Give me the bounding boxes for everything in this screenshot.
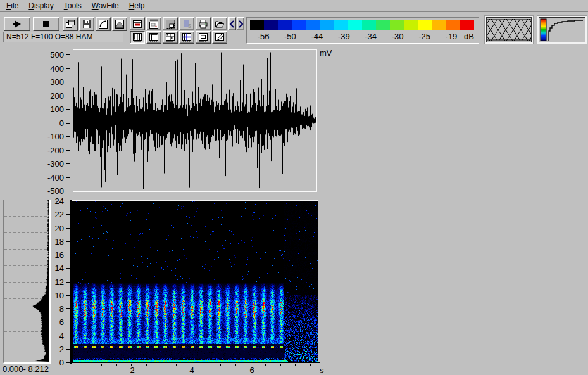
open-folder-icon bbox=[215, 19, 225, 29]
layout-single-icon bbox=[198, 32, 208, 42]
color-scale-segment bbox=[418, 20, 432, 30]
spectrogram-canvas[interactable] bbox=[73, 201, 318, 362]
save-icon bbox=[82, 19, 92, 29]
color-scale-tick-label: -19 bbox=[438, 32, 465, 41]
waveform-tick-label: 400 bbox=[37, 65, 70, 73]
display-frame-icon bbox=[132, 19, 142, 29]
layout-grid-cursor-button[interactable] bbox=[179, 31, 194, 44]
color-scale-labels: -56-50-44-39-34-30-25-19 bbox=[250, 32, 465, 41]
waveform-tick-label: 500 bbox=[37, 51, 70, 59]
menu-item[interactable]: File bbox=[1, 0, 23, 11]
color-scale-bar bbox=[250, 20, 474, 30]
color-scale-segment bbox=[362, 20, 376, 30]
color-scale-segment bbox=[306, 20, 320, 30]
spectrogram-settings-icon bbox=[149, 19, 159, 29]
color-scale-tick-label: -30 bbox=[384, 32, 411, 41]
waveform-tick-label: -100 bbox=[37, 132, 70, 141]
menu-item[interactable]: WavFile bbox=[87, 0, 124, 11]
layout-grid-cursor-icon bbox=[182, 32, 192, 42]
color-scale-tick-label: -34 bbox=[358, 32, 384, 41]
x-tick-label: 6 bbox=[244, 365, 260, 375]
waveform-unit-label: mV bbox=[320, 48, 332, 58]
pencil-icon bbox=[215, 32, 225, 42]
color-scale-tick-label: -39 bbox=[330, 32, 357, 41]
menu-item[interactable]: Display bbox=[23, 0, 58, 11]
transfer-curve-button[interactable] bbox=[96, 17, 111, 31]
open-file-button[interactable] bbox=[212, 17, 227, 30]
sampling-rate-icon: s bbox=[182, 19, 192, 29]
color-scale-segment bbox=[432, 20, 446, 30]
color-scale-unit: dB bbox=[464, 32, 474, 41]
stop-icon bbox=[42, 20, 51, 29]
color-scale-segment bbox=[446, 20, 460, 30]
waveform-tick-label: -300 bbox=[37, 160, 70, 168]
sampling-options-button[interactable]: s bbox=[179, 17, 194, 30]
waveform-plot[interactable] bbox=[73, 49, 317, 192]
color-scale-tick-label: -25 bbox=[411, 32, 438, 41]
spectrogram-x-axis-line bbox=[70, 362, 320, 363]
pattern-fill-icon bbox=[165, 19, 175, 29]
copy-icon bbox=[65, 19, 75, 29]
waveform-tick-label: 300 bbox=[37, 78, 70, 86]
color-scale-segment bbox=[376, 20, 390, 30]
play-button[interactable] bbox=[4, 17, 30, 31]
menu-bar: FileDisplayToolsWavFileHelp bbox=[0, 0, 588, 12]
waveform-tick-label: 0 bbox=[37, 119, 70, 127]
menu-item[interactable]: Tools bbox=[59, 0, 87, 11]
save-button[interactable] bbox=[79, 17, 94, 31]
transfer-curve-panel bbox=[537, 16, 587, 44]
color-scale-segment bbox=[460, 20, 474, 30]
average-spectrum-canvas[interactable] bbox=[4, 200, 49, 362]
color-scale-segment bbox=[264, 20, 278, 30]
layout-single-window-button[interactable] bbox=[196, 31, 211, 44]
range-label: 0.000- 8.212 bbox=[3, 364, 49, 374]
color-scale-tick-label: -44 bbox=[304, 32, 330, 41]
x-axis-unit-label: s bbox=[320, 365, 324, 375]
peak-window-icon bbox=[115, 19, 125, 29]
average-spectrum-panel[interactable] bbox=[3, 200, 51, 364]
pattern-preview-panel bbox=[485, 16, 533, 44]
color-scale-segment bbox=[250, 20, 264, 30]
print-button[interactable] bbox=[196, 17, 211, 30]
chevron-right-icon bbox=[237, 20, 244, 29]
fft-settings-field: N=512 F=100 O=88 HAM bbox=[3, 32, 123, 42]
waveform-tick-label: -500 bbox=[37, 187, 70, 195]
layout-horizontal-icon bbox=[149, 32, 159, 42]
waveform-tick-label: 100 bbox=[37, 105, 70, 113]
curve-icon bbox=[98, 19, 108, 29]
waveform-canvas[interactable] bbox=[73, 50, 316, 191]
layout-horizontal-panes-button[interactable] bbox=[146, 31, 161, 44]
color-scale-segment bbox=[320, 20, 334, 30]
pattern-fill-button[interactable] bbox=[163, 17, 178, 30]
color-scale-segment bbox=[292, 20, 306, 30]
waveform-y-axis: 5004003002001000-100-200-300-400-500 bbox=[37, 51, 70, 195]
layout-vertical-panes-button[interactable] bbox=[130, 31, 145, 44]
menu-item[interactable]: Help bbox=[124, 0, 150, 11]
transfer-curve-preview bbox=[539, 17, 585, 42]
scroll-right-button[interactable] bbox=[237, 17, 244, 30]
waveform-tick-label: -400 bbox=[37, 174, 70, 182]
stop-button[interactable] bbox=[33, 17, 59, 31]
layout-grid-icon bbox=[165, 32, 175, 42]
layout-grid-button[interactable] bbox=[163, 31, 178, 44]
waveform-tick-label: -200 bbox=[37, 146, 70, 155]
play-icon bbox=[12, 20, 22, 29]
scroll-left-button[interactable] bbox=[228, 17, 236, 30]
color-scale-segment bbox=[348, 20, 362, 30]
copy-display-button[interactable] bbox=[63, 17, 78, 31]
hatch-pattern-icon bbox=[486, 17, 532, 42]
app-window: FileDisplayToolsWavFileHelp s bbox=[0, 0, 588, 375]
spectrogram-plot[interactable] bbox=[72, 200, 318, 363]
window-function-button[interactable] bbox=[112, 17, 127, 31]
color-scale-segment bbox=[334, 20, 348, 30]
svg-text:s: s bbox=[188, 22, 191, 29]
printer-icon bbox=[198, 19, 208, 29]
spectrogram-settings-button[interactable] bbox=[146, 17, 161, 30]
display-frame-button[interactable] bbox=[130, 17, 145, 30]
waveform-tick-label: 200 bbox=[37, 92, 70, 100]
color-scale-tick-label: -56 bbox=[250, 32, 277, 41]
annotate-button[interactable] bbox=[212, 31, 227, 44]
chevron-left-icon bbox=[229, 20, 235, 29]
color-scale-segment bbox=[390, 20, 404, 30]
x-tick-label: 2 bbox=[125, 365, 140, 375]
